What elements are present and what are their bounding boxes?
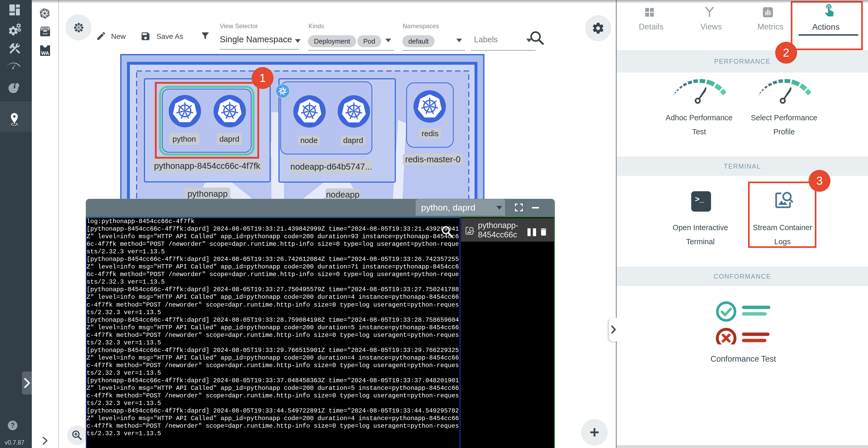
svg-text:WA: WA	[41, 50, 49, 56]
